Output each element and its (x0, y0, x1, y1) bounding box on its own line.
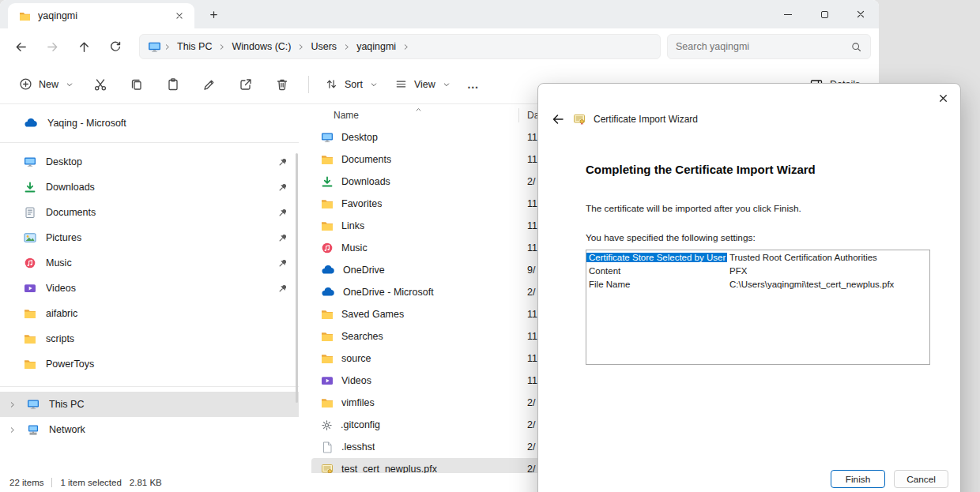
sidebar-item-network[interactable]: Network (0, 417, 299, 442)
sidebar-item-label: Desktop (46, 156, 268, 167)
more-options-button[interactable]: … (459, 70, 488, 99)
file-row[interactable]: .gitconfig 2/ (311, 414, 550, 436)
sort-button[interactable]: Sort (317, 70, 386, 99)
settings-row-content[interactable]: Content PFX (586, 264, 929, 277)
setting-value: PFX (727, 266, 747, 276)
onedrive-cloud-icon (321, 287, 335, 297)
column-header-name[interactable]: Name (334, 110, 359, 121)
file-row[interactable]: Links 11 (311, 215, 550, 237)
column-divider[interactable] (518, 108, 519, 122)
folder-icon (19, 11, 31, 21)
file-row[interactable]: Favorites 11 (311, 193, 550, 215)
folder-icon (321, 309, 334, 320)
dialog-close-button[interactable] (930, 88, 956, 108)
up-button[interactable] (70, 33, 97, 60)
view-label: View (414, 79, 435, 90)
back-button[interactable] (7, 33, 34, 60)
search-input[interactable] (676, 41, 850, 52)
address-bar[interactable]: This PC Windows (C:) Users yaqingmi (139, 34, 661, 59)
finish-button[interactable]: Finish (831, 470, 885, 488)
minimize-button[interactable] (770, 0, 806, 28)
sidebar-item-documents[interactable]: Documents (0, 200, 299, 225)
new-button[interactable]: New (11, 70, 82, 99)
file-date: 11 (527, 242, 537, 254)
certificate-import-wizard-dialog: Certificate Import Wizard Completing the… (537, 83, 961, 492)
pictures-icon (24, 232, 36, 243)
maximize-button[interactable] (806, 0, 842, 28)
file-row[interactable]: Desktop 11 (311, 126, 550, 148)
settings-row-filename[interactable]: File Name C:\Users\yaqingmi\test_cert_ne… (586, 277, 929, 291)
sidebar-item-label: Music (46, 257, 268, 269)
folder-icon (321, 220, 334, 231)
tab-close-button[interactable] (171, 7, 188, 24)
rename-icon (202, 77, 217, 92)
file-row[interactable]: OneDrive 9/ (311, 259, 550, 281)
sidebar-item-powertoys[interactable]: PowerToys (0, 351, 299, 377)
file-date: 2/ (527, 441, 535, 453)
forward-button[interactable] (39, 33, 66, 60)
sidebar-item-onedrive[interactable]: Yaqing - Microsoft (0, 111, 299, 136)
onedrive-cloud-icon (321, 265, 335, 275)
wizard-back-button[interactable] (551, 112, 565, 126)
close-icon (854, 8, 867, 21)
breadcrumb-item[interactable]: Windows (C:) (228, 41, 295, 52)
share-button[interactable] (230, 70, 262, 99)
rename-button[interactable] (194, 70, 225, 99)
breadcrumb-item[interactable]: yaqingmi (352, 41, 400, 52)
cancel-button[interactable]: Cancel (894, 470, 948, 488)
file-row[interactable]: Music 11 (311, 237, 550, 259)
expand-chevron-icon[interactable] (6, 400, 17, 409)
file-name: Desktop (341, 132, 378, 143)
sidebar-item-pictures[interactable]: Pictures (0, 225, 299, 250)
sidebar-item-desktop[interactable]: Desktop (0, 149, 299, 175)
close-icon (937, 92, 950, 105)
breadcrumb-item[interactable]: Users (307, 41, 341, 52)
delete-button[interactable] (266, 70, 298, 99)
file-row[interactable]: Documents 11 (311, 148, 550, 171)
sidebar-item-aifabric[interactable]: aifabric (0, 301, 299, 326)
file-name: Links (341, 220, 364, 231)
folder-icon (24, 359, 36, 370)
search-box[interactable] (667, 34, 871, 59)
view-button[interactable]: View (386, 70, 459, 99)
pin-icon (277, 208, 288, 218)
search-icon (850, 41, 862, 53)
music-icon (24, 257, 36, 269)
chevron-down-icon (65, 80, 74, 89)
settings-row-store[interactable]: Certificate Store Selected by User Trust… (586, 250, 929, 264)
sidebar-item-this-pc[interactable]: This PC (0, 392, 299, 417)
sidebar-item-scripts[interactable]: scripts (0, 326, 299, 351)
close-button[interactable] (842, 0, 879, 28)
settings-list[interactable]: Certificate Store Selected by User Trust… (586, 250, 930, 365)
file-name: OneDrive (343, 265, 385, 276)
expand-chevron-icon[interactable] (6, 426, 17, 434)
file-row[interactable]: Videos 11 (311, 370, 550, 392)
sidebar-item-downloads[interactable]: Downloads (0, 175, 299, 200)
file-row[interactable]: source 11 (311, 347, 550, 370)
file-date: 11 (527, 198, 537, 209)
this-pc-icon (148, 41, 161, 53)
new-tab-button[interactable] (202, 3, 224, 25)
sort-icon (325, 77, 338, 91)
file-row[interactable]: vimfiles 2/ (311, 392, 550, 414)
copy-button[interactable] (121, 70, 153, 99)
sidebar-item-music[interactable]: Music (0, 250, 299, 276)
wizard-heading: Completing the Certificate Import Wizard (586, 163, 929, 176)
sidebar-item-label: PowerToys (46, 359, 288, 370)
cut-button[interactable] (85, 70, 116, 99)
wizard-title: Certificate Import Wizard (594, 114, 698, 125)
file-row[interactable]: Searches 11 (311, 325, 550, 347)
sidebar-divider (0, 142, 299, 143)
file-row[interactable]: Downloads 2/ (311, 171, 550, 193)
sidebar-item-videos[interactable]: Videos (0, 276, 299, 301)
explorer-tab[interactable]: yaqingmi (8, 3, 194, 28)
onedrive-cloud-icon (24, 118, 38, 128)
file-row[interactable]: .lesshst 2/ (311, 436, 550, 458)
file-row[interactable]: OneDrive - Microsoft 2/ (311, 281, 550, 303)
paste-button[interactable] (157, 70, 189, 99)
file-row[interactable]: Saved Games 11 (311, 303, 550, 325)
statusbar-divider (51, 478, 52, 487)
refresh-button[interactable] (102, 33, 129, 60)
breadcrumb-item[interactable]: This PC (173, 41, 216, 52)
sidebar-scrollbar[interactable] (296, 153, 298, 403)
